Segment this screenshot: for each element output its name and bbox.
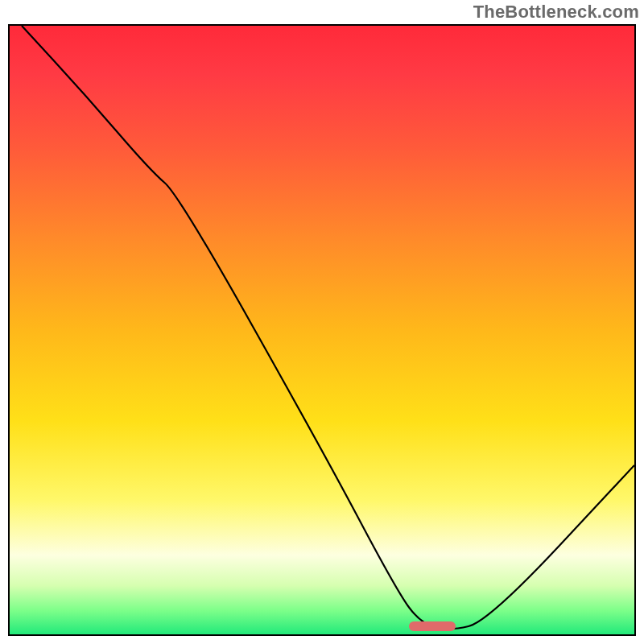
- optimum-marker: [409, 621, 456, 631]
- bottleneck-curve: [10, 26, 634, 634]
- chart-stage: TheBottleneck.com: [0, 0, 644, 644]
- watermark-text: TheBottleneck.com: [473, 2, 639, 23]
- curve-path: [22, 26, 634, 629]
- plot-area: [8, 24, 636, 636]
